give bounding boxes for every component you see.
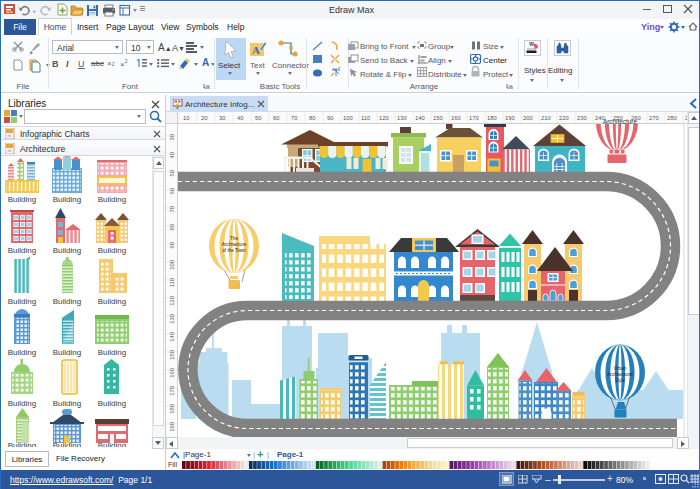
svg-text:Urban: Urban — [614, 366, 627, 371]
svg-text:140: 140 — [169, 332, 175, 342]
svg-text:120: 120 — [379, 115, 389, 121]
svg-text:130: 130 — [169, 314, 175, 324]
svg-text:Style: Style — [615, 378, 626, 383]
svg-text:30: 30 — [219, 115, 225, 121]
svg-text:220: 220 — [559, 115, 569, 121]
svg-text:160: 160 — [169, 368, 175, 378]
svg-text:60: 60 — [169, 188, 175, 194]
svg-text:190: 190 — [505, 115, 515, 121]
svg-text:40: 40 — [169, 152, 175, 158]
svg-text:Architecture: Architecture — [603, 118, 638, 125]
svg-text:Architectural: Architectural — [607, 372, 633, 377]
svg-text:210: 210 — [541, 115, 551, 121]
svg-text:Architecture: Architecture — [222, 242, 247, 247]
svg-text:A: A — [252, 44, 260, 56]
svg-text:180: 180 — [487, 115, 497, 121]
svg-text:190: 190 — [169, 422, 175, 432]
svg-text:of the Town: of the Town — [222, 248, 246, 253]
svg-text:120: 120 — [169, 296, 175, 306]
svg-text:180: 180 — [169, 404, 175, 414]
svg-text:40: 40 — [237, 115, 243, 121]
svg-text:80: 80 — [169, 224, 175, 230]
svg-text:150: 150 — [169, 350, 175, 360]
svg-text:10: 10 — [183, 115, 189, 121]
svg-text:50: 50 — [169, 170, 175, 176]
svg-text:90: 90 — [169, 242, 175, 248]
svg-text:50: 50 — [255, 115, 261, 121]
svg-text:70: 70 — [169, 206, 175, 212]
svg-text:100: 100 — [343, 115, 353, 121]
svg-text:100: 100 — [169, 260, 175, 270]
svg-text:200: 200 — [523, 115, 533, 121]
svg-text:280: 280 — [667, 115, 677, 121]
svg-text:20: 20 — [201, 115, 207, 121]
svg-text:70: 70 — [291, 115, 297, 121]
svg-text:The: The — [230, 236, 238, 241]
svg-text:170: 170 — [169, 386, 175, 396]
svg-text:140: 140 — [415, 115, 425, 121]
svg-text:60: 60 — [273, 115, 279, 121]
svg-text:150: 150 — [433, 115, 443, 121]
svg-text:30: 30 — [169, 134, 175, 140]
svg-text:160: 160 — [451, 115, 461, 121]
svg-text:110: 110 — [361, 115, 370, 121]
svg-text:170: 170 — [469, 115, 479, 121]
svg-text:80: 80 — [309, 115, 315, 121]
svg-text:130: 130 — [397, 115, 407, 121]
svg-text:90: 90 — [327, 115, 333, 121]
svg-text:110: 110 — [169, 278, 175, 287]
